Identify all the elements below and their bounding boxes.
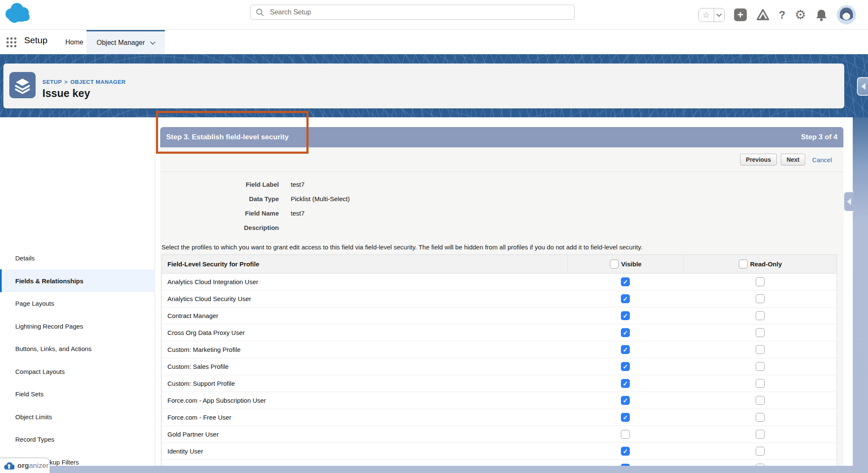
sidebar-item-object-limits[interactable]: Object Limits: [0, 405, 155, 428]
setup-search-input[interactable]: Search Setup: [250, 5, 575, 20]
table-row: Identity User: [162, 443, 837, 460]
object-layers-icon: [9, 72, 36, 98]
readonly-checkbox[interactable]: [756, 396, 765, 405]
page-header-card: SETUP>OBJECT MANAGER Issue key: [3, 64, 844, 108]
object-sidebar: Details Fields & Relationships Page Layo…: [0, 117, 155, 473]
sidebar-item-buttons-links-actions[interactable]: Buttons, Links, and Actions: [0, 337, 155, 360]
breadcrumb-setup-link[interactable]: SETUP: [42, 79, 62, 85]
table-row: Custom: Marketing Profile: [162, 341, 837, 358]
breadcrumb-object-manager-link[interactable]: OBJECT MANAGER: [70, 79, 126, 85]
instruction-text: Select the profiles to which you want to…: [161, 243, 835, 251]
profile-name: Analytics Cloud Security User: [162, 295, 568, 302]
visible-all-checkbox[interactable]: [610, 260, 619, 268]
visible-checkbox[interactable]: [621, 447, 630, 456]
visible-checkbox[interactable]: [621, 413, 630, 422]
readonly-checkbox[interactable]: [756, 277, 765, 286]
readonly-all-checkbox[interactable]: [739, 260, 748, 268]
ext-text-rest: anizer: [29, 462, 48, 470]
favorites-star-icon[interactable]: ☆: [699, 8, 714, 22]
sidebar-item-details[interactable]: Details: [0, 246, 155, 269]
readonly-checkbox[interactable]: [756, 328, 765, 337]
profile-name: Contract Manager: [162, 312, 568, 319]
sidebar-item-field-sets[interactable]: Field Sets: [0, 382, 155, 405]
field-wizard: Step 3. Establish field-level security S…: [156, 117, 853, 473]
table-row: Force.com - App Subscription User: [162, 392, 837, 409]
visible-checkbox[interactable]: [621, 362, 630, 371]
table-row: Gold Partner User: [162, 426, 837, 443]
sidebar-item-record-types[interactable]: Record Types: [0, 428, 155, 451]
organizer-extension-badge[interactable]: organizer: [0, 458, 50, 473]
readonly-checkbox[interactable]: [756, 345, 765, 354]
readonly-checkbox[interactable]: [756, 362, 765, 371]
table-row: Analytics Cloud Security User: [162, 290, 837, 307]
app-launcher-waffle-icon[interactable]: [6, 37, 17, 48]
cancel-link[interactable]: Cancel: [812, 156, 832, 163]
sidebar-item-page-layouts[interactable]: Page Layouts: [0, 292, 155, 315]
organizer-cloud-icon: [3, 461, 14, 470]
visible-checkbox[interactable]: [621, 345, 630, 354]
profile-name: Custom: Support Profile: [162, 380, 568, 387]
sidebar-item-fields-relationships[interactable]: Fields & Relationships: [0, 269, 155, 292]
page-title: Issue key: [42, 87, 90, 100]
visible-checkbox[interactable]: [621, 328, 630, 337]
column-visible: Visible: [621, 260, 642, 268]
field-name-value: test7: [291, 210, 305, 217]
breadcrumb: SETUP>OBJECT MANAGER: [42, 79, 125, 85]
bottom-strip: [47, 466, 868, 473]
profile-name: Custom: Sales Profile: [162, 363, 568, 370]
previous-button[interactable]: Previous: [740, 154, 777, 166]
field-level-security-table: Field-Level Security for Profile Visible…: [161, 254, 837, 473]
next-button[interactable]: Next: [781, 154, 805, 166]
help-icon[interactable]: ?: [779, 9, 785, 21]
screen: Search Setup ☆ + ? ⚙: [0, 0, 868, 473]
readonly-checkbox[interactable]: [756, 311, 765, 320]
salesforce-logo-icon: [4, 2, 31, 23]
readonly-checkbox[interactable]: [756, 379, 765, 388]
guidance-center-icon[interactable]: [756, 8, 770, 21]
visible-checkbox[interactable]: [621, 430, 630, 439]
profile-name: Cross Org Data Proxy User: [162, 329, 568, 336]
readonly-checkbox[interactable]: [756, 430, 765, 439]
sidebar-item-lightning-record-pages[interactable]: Lightning Record Pages: [0, 315, 155, 337]
step-indicator: Step 3 of 4: [801, 133, 837, 141]
data-type-value: Picklist (Multi-Select): [291, 195, 350, 202]
favorites-dropdown[interactable]: [714, 8, 724, 22]
setup-gear-icon[interactable]: ⚙: [795, 8, 806, 21]
wizard-step-header: Step 3. Establish field-level security S…: [160, 127, 843, 147]
favorites-control: ☆: [698, 8, 725, 22]
table-row: Custom: Support Profile: [162, 375, 837, 392]
data-type-label: Data Type: [160, 195, 279, 202]
visible-checkbox[interactable]: [621, 311, 630, 320]
table-row: Cross Org Data Proxy User: [162, 324, 837, 341]
field-summary: Field Labeltest7 Data TypePicklist (Mult…: [160, 177, 542, 235]
sidebar-item-compact-layouts[interactable]: Compact Layouts: [0, 360, 155, 383]
visible-checkbox[interactable]: [621, 294, 630, 303]
table-header-row: Field-Level Security for Profile Visible…: [162, 255, 837, 274]
readonly-checkbox[interactable]: [756, 413, 765, 422]
notifications-bell-icon[interactable]: [815, 8, 827, 21]
visible-checkbox[interactable]: [621, 379, 630, 388]
user-avatar[interactable]: [837, 5, 856, 25]
quick-add-button[interactable]: +: [734, 8, 747, 21]
column-readonly: Read-Only: [750, 260, 782, 268]
profile-name: Force.com - App Subscription User: [162, 397, 568, 404]
field-name-label: Field Name: [160, 210, 279, 217]
right-background-strip: [853, 117, 868, 466]
profile-name: Custom: Marketing Profile: [162, 346, 568, 353]
profile-name: Analytics Cloud Integration User: [162, 278, 568, 285]
table-row: Custom: Sales Profile: [162, 358, 837, 375]
profile-name: Force.com - Free User: [162, 414, 568, 421]
readonly-checkbox[interactable]: [756, 447, 765, 456]
visible-checkbox[interactable]: [621, 277, 630, 286]
chevron-down-icon: [150, 39, 156, 45]
setup-nav-bar: Setup Home Object Manager: [0, 30, 868, 54]
readonly-checkbox[interactable]: [756, 294, 765, 303]
collapse-tab-top[interactable]: [857, 77, 868, 96]
tab-object-manager[interactable]: Object Manager: [86, 30, 165, 54]
table-row: Analytics Cloud Integration User: [162, 274, 837, 290]
field-label-label: Field Label: [160, 181, 279, 188]
global-header: Search Setup ☆ + ? ⚙: [0, 0, 868, 30]
step-title: Step 3. Establish field-level security: [166, 133, 289, 141]
collapse-tab-side[interactable]: [843, 191, 854, 212]
visible-checkbox[interactable]: [621, 396, 630, 405]
